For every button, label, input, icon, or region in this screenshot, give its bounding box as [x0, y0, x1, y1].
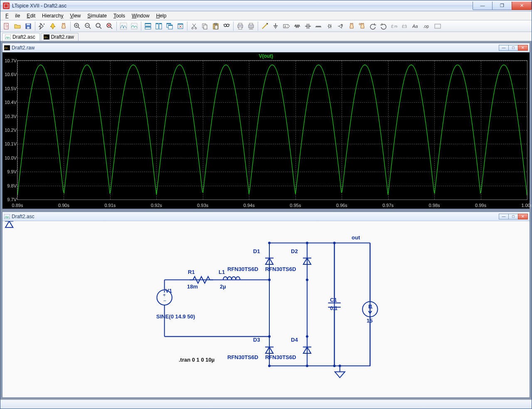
part-v1-name[interactable]: V1: [165, 288, 172, 294]
plot-xtick: 0.94s: [244, 203, 255, 208]
zoom-clear-icon[interactable]: [104, 21, 115, 31]
svg-text:Ë: Ë: [404, 25, 407, 29]
svg-rect-29: [204, 25, 207, 29]
paste-icon[interactable]: [210, 21, 221, 31]
part-d3-name[interactable]: D3: [253, 337, 260, 343]
svg-rect-21: [167, 23, 171, 24]
menubar: File Edit Hierarchy View Simulate Tools …: [0, 11, 532, 20]
window-minimize-button[interactable]: —: [473, 2, 493, 10]
redo-icon[interactable]: [378, 21, 389, 31]
menu-file[interactable]: File: [2, 12, 23, 20]
plot-xtick: 0.98s: [429, 203, 440, 208]
menu-tools[interactable]: Tools: [110, 12, 128, 20]
part-i1-name[interactable]: I1: [368, 303, 373, 310]
net-label-out[interactable]: out: [352, 234, 360, 241]
child-maximize-button[interactable]: □: [508, 214, 518, 219]
window-titlebar: LTspice XVII - Draft2.asc — ❐ ✕: [0, 0, 532, 11]
zoom-out-icon[interactable]: [83, 21, 94, 31]
undo-icon[interactable]: [367, 21, 378, 31]
zoom-in-icon[interactable]: [72, 21, 83, 31]
move-icon[interactable]: [346, 21, 357, 31]
print-setup-icon[interactable]: [246, 21, 256, 31]
part-d1-name[interactable]: D1: [253, 248, 260, 254]
run-icon[interactable]: [37, 21, 47, 31]
zoom-extents-icon[interactable]: [94, 21, 104, 31]
net-label-icon[interactable]: A: [281, 21, 292, 31]
window-maximize-button[interactable]: ❐: [492, 2, 512, 10]
save-icon[interactable]: [23, 21, 34, 31]
plot-ytick: 9.8V: [2, 183, 17, 188]
cascade-icon[interactable]: [164, 21, 175, 31]
part-l1-value[interactable]: 2µ: [220, 283, 226, 290]
find-icon[interactable]: [221, 21, 232, 31]
close-window-icon[interactable]: [175, 21, 186, 31]
menu-edit[interactable]: Edit: [23, 12, 39, 20]
part-d2-model[interactable]: RFN30TS6D: [265, 266, 296, 272]
component-icon[interactable]: [335, 21, 346, 31]
menu-help[interactable]: Help: [153, 12, 170, 20]
waveform-window: Draft2.raw — □ ✕ V(out) 10.7V10.6V10.5V1…: [2, 43, 530, 209]
menu-simulate[interactable]: Simulate: [84, 12, 110, 20]
part-d3-model[interactable]: RFN30TS6D: [227, 354, 258, 360]
menu-window[interactable]: Window: [128, 12, 153, 20]
svg-point-4: [44, 23, 45, 25]
waveform-title-text: Draft2.raw: [12, 45, 34, 51]
part-v1-value[interactable]: SINE(0 14.9 50): [156, 313, 195, 320]
text-icon[interactable]: Aa: [411, 21, 421, 31]
child-close-button[interactable]: ✕: [518, 45, 528, 51]
part-i1-value[interactable]: 15: [367, 318, 372, 324]
tab-waveform[interactable]: Draft2.raw: [41, 33, 79, 41]
spice-directive[interactable]: .tran 0 1 0 10µ: [179, 357, 214, 363]
child-maximize-button[interactable]: □: [508, 45, 518, 51]
more-icon[interactable]: [432, 21, 443, 31]
plot-trace-label[interactable]: V(out): [2, 53, 530, 59]
print-icon[interactable]: [235, 21, 246, 31]
inductor-icon[interactable]: [313, 21, 324, 31]
part-c1-name[interactable]: C1: [330, 297, 337, 303]
autoscale-icon[interactable]: [129, 21, 140, 31]
menu-hierarchy[interactable]: Hierarchy: [39, 12, 66, 20]
child-close-button[interactable]: ✕: [518, 214, 528, 219]
new-schematic-icon[interactable]: [1, 21, 12, 31]
svg-text:Ë: Ë: [394, 25, 398, 28]
menu-view[interactable]: View: [66, 12, 84, 20]
part-d2-name[interactable]: D2: [291, 248, 298, 254]
tab-schematic[interactable]: Draft2.asc: [2, 33, 40, 41]
copy-icon[interactable]: [200, 21, 210, 31]
pick-trace-icon[interactable]: [118, 21, 129, 31]
toolbar-separator: [233, 22, 234, 31]
drag-icon[interactable]: [357, 21, 367, 31]
ground-icon[interactable]: [270, 21, 281, 31]
resistor-icon[interactable]: [292, 21, 303, 31]
halt-icon[interactable]: [47, 21, 58, 31]
tile-vertical-icon[interactable]: [153, 21, 164, 31]
schematic-tab-icon: [5, 34, 11, 39]
tile-horizontal-icon[interactable]: [143, 21, 153, 31]
window-close-button[interactable]: ✕: [512, 2, 532, 10]
part-d4-model[interactable]: RFN30TS6D: [265, 354, 296, 360]
open-icon[interactable]: [12, 21, 23, 31]
part-d4-name[interactable]: D4: [291, 337, 298, 343]
svg-point-57: [306, 241, 308, 244]
part-l1-name[interactable]: L1: [219, 269, 225, 275]
capacitor-icon[interactable]: [303, 21, 313, 31]
waveform-titlebar[interactable]: Draft2.raw — □ ✕: [2, 43, 530, 52]
part-c1-value[interactable]: 0.1: [330, 305, 337, 311]
pan-icon[interactable]: [58, 21, 69, 31]
mirror-icon[interactable]: ËË: [400, 21, 411, 31]
diode-icon[interactable]: [324, 21, 335, 31]
part-r1-name[interactable]: R1: [188, 269, 195, 275]
schematic-titlebar[interactable]: Draft2.asc — □ ✕: [2, 212, 530, 221]
svg-rect-23: [168, 25, 172, 26]
schematic-canvas[interactable]: + −: [2, 221, 530, 397]
plot-canvas[interactable]: V(out) 10.7V10.6V10.5V10.4V10.3V10.2V10.…: [2, 52, 530, 209]
rotate-icon[interactable]: ËË: [389, 21, 400, 31]
spice-directive-icon[interactable]: .op: [421, 21, 432, 31]
cut-icon[interactable]: [189, 21, 200, 31]
part-r1-value[interactable]: 18m: [187, 283, 198, 290]
draw-wire-icon[interactable]: [259, 21, 270, 31]
part-d1-model[interactable]: RFN30TS6D: [227, 266, 258, 272]
plot-ytick: 10.3V: [2, 114, 17, 119]
child-minimize-button[interactable]: —: [499, 45, 509, 51]
child-minimize-button[interactable]: —: [499, 214, 509, 219]
